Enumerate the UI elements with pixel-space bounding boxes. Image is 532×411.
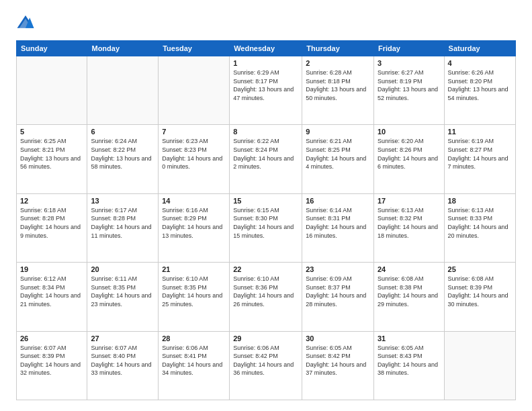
day-cell: 15Sunrise: 6:15 AM Sunset: 8:30 PM Dayli… xyxy=(230,193,302,262)
day-cell: 20Sunrise: 6:11 AM Sunset: 8:35 PM Dayli… xyxy=(87,263,159,331)
day-number: 19 xyxy=(20,265,83,273)
day-cell: 31Sunrise: 6:05 AM Sunset: 8:43 PM Dayli… xyxy=(373,331,444,400)
day-number: 14 xyxy=(162,197,226,205)
day-cell: 26Sunrise: 6:07 AM Sunset: 8:39 PM Dayli… xyxy=(17,331,87,400)
weekday-header-saturday: Saturday xyxy=(444,41,515,56)
weekday-header-tuesday: Tuesday xyxy=(159,41,230,56)
day-number: 21 xyxy=(162,265,226,273)
day-cell: 12Sunrise: 6:18 AM Sunset: 8:28 PM Dayli… xyxy=(17,193,87,262)
day-info: Sunrise: 6:24 AM Sunset: 8:22 PM Dayligh… xyxy=(91,137,154,171)
calendar-table: SundayMondayTuesdayWednesdayThursdayFrid… xyxy=(16,40,516,400)
day-number: 5 xyxy=(20,128,83,136)
day-number: 1 xyxy=(233,59,298,67)
day-cell: 11Sunrise: 6:19 AM Sunset: 8:27 PM Dayli… xyxy=(444,125,515,193)
day-number: 22 xyxy=(233,265,298,273)
weekday-header-wednesday: Wednesday xyxy=(230,41,302,56)
day-cell xyxy=(87,56,159,125)
day-info: Sunrise: 6:06 AM Sunset: 8:42 PM Dayligh… xyxy=(233,344,298,377)
day-info: Sunrise: 6:26 AM Sunset: 8:20 PM Dayligh… xyxy=(448,68,512,102)
day-number: 9 xyxy=(306,128,370,136)
day-cell: 28Sunrise: 6:06 AM Sunset: 8:41 PM Dayli… xyxy=(159,331,230,400)
day-number: 13 xyxy=(91,197,154,205)
day-cell: 30Sunrise: 6:05 AM Sunset: 8:42 PM Dayli… xyxy=(302,331,374,400)
day-cell: 27Sunrise: 6:07 AM Sunset: 8:40 PM Dayli… xyxy=(87,331,159,400)
day-cell: 9Sunrise: 6:21 AM Sunset: 8:25 PM Daylig… xyxy=(302,125,374,193)
week-row-1: 1Sunrise: 6:29 AM Sunset: 8:17 PM Daylig… xyxy=(17,56,516,125)
day-info: Sunrise: 6:18 AM Sunset: 8:28 PM Dayligh… xyxy=(20,206,83,240)
day-number: 30 xyxy=(306,334,370,342)
week-row-2: 5Sunrise: 6:25 AM Sunset: 8:21 PM Daylig… xyxy=(17,125,516,193)
day-number: 28 xyxy=(162,334,226,342)
header xyxy=(16,13,516,32)
day-cell: 22Sunrise: 6:10 AM Sunset: 8:36 PM Dayli… xyxy=(230,263,302,331)
day-cell: 19Sunrise: 6:12 AM Sunset: 8:34 PM Dayli… xyxy=(17,263,87,331)
page: SundayMondayTuesdayWednesdayThursdayFrid… xyxy=(0,0,532,411)
day-number: 17 xyxy=(378,197,441,205)
day-cell: 23Sunrise: 6:09 AM Sunset: 8:37 PM Dayli… xyxy=(302,263,374,331)
day-number: 29 xyxy=(233,334,298,342)
day-number: 8 xyxy=(233,128,298,136)
day-info: Sunrise: 6:27 AM Sunset: 8:19 PM Dayligh… xyxy=(378,68,441,102)
weekday-header-thursday: Thursday xyxy=(302,41,374,56)
day-cell xyxy=(159,56,230,125)
day-cell xyxy=(17,56,87,125)
day-info: Sunrise: 6:21 AM Sunset: 8:25 PM Dayligh… xyxy=(306,137,370,171)
week-row-5: 26Sunrise: 6:07 AM Sunset: 8:39 PM Dayli… xyxy=(17,331,516,400)
day-number: 25 xyxy=(448,265,512,273)
day-number: 4 xyxy=(448,59,512,67)
week-row-3: 12Sunrise: 6:18 AM Sunset: 8:28 PM Dayli… xyxy=(17,193,516,262)
day-number: 23 xyxy=(306,265,370,273)
day-info: Sunrise: 6:06 AM Sunset: 8:41 PM Dayligh… xyxy=(162,344,226,377)
day-info: Sunrise: 6:08 AM Sunset: 8:38 PM Dayligh… xyxy=(378,275,441,308)
day-cell: 8Sunrise: 6:22 AM Sunset: 8:24 PM Daylig… xyxy=(230,125,302,193)
day-info: Sunrise: 6:13 AM Sunset: 8:33 PM Dayligh… xyxy=(448,206,512,240)
day-info: Sunrise: 6:09 AM Sunset: 8:37 PM Dayligh… xyxy=(306,275,370,308)
logo xyxy=(16,13,38,32)
day-info: Sunrise: 6:16 AM Sunset: 8:29 PM Dayligh… xyxy=(162,206,226,240)
day-info: Sunrise: 6:05 AM Sunset: 8:43 PM Dayligh… xyxy=(378,344,441,377)
day-info: Sunrise: 6:14 AM Sunset: 8:31 PM Dayligh… xyxy=(306,206,370,240)
day-number: 16 xyxy=(306,197,370,205)
day-info: Sunrise: 6:20 AM Sunset: 8:26 PM Dayligh… xyxy=(378,137,441,171)
day-info: Sunrise: 6:05 AM Sunset: 8:42 PM Dayligh… xyxy=(306,344,370,377)
day-cell: 14Sunrise: 6:16 AM Sunset: 8:29 PM Dayli… xyxy=(159,193,230,262)
day-info: Sunrise: 6:11 AM Sunset: 8:35 PM Dayligh… xyxy=(91,275,154,308)
day-info: Sunrise: 6:10 AM Sunset: 8:35 PM Dayligh… xyxy=(162,275,226,308)
day-cell: 13Sunrise: 6:17 AM Sunset: 8:28 PM Dayli… xyxy=(87,193,159,262)
day-info: Sunrise: 6:22 AM Sunset: 8:24 PM Dayligh… xyxy=(233,137,298,171)
day-number: 7 xyxy=(162,128,226,136)
weekday-header-row: SundayMondayTuesdayWednesdayThursdayFrid… xyxy=(17,41,516,56)
day-info: Sunrise: 6:07 AM Sunset: 8:40 PM Dayligh… xyxy=(91,344,154,377)
day-cell: 4Sunrise: 6:26 AM Sunset: 8:20 PM Daylig… xyxy=(444,56,515,125)
day-number: 11 xyxy=(448,128,512,136)
day-info: Sunrise: 6:29 AM Sunset: 8:17 PM Dayligh… xyxy=(233,68,298,102)
day-number: 15 xyxy=(233,197,298,205)
day-cell: 17Sunrise: 6:13 AM Sunset: 8:32 PM Dayli… xyxy=(373,193,444,262)
day-info: Sunrise: 6:12 AM Sunset: 8:34 PM Dayligh… xyxy=(20,275,83,308)
day-cell: 7Sunrise: 6:23 AM Sunset: 8:23 PM Daylig… xyxy=(159,125,230,193)
day-number: 26 xyxy=(20,334,83,342)
day-number: 18 xyxy=(448,197,512,205)
day-info: Sunrise: 6:17 AM Sunset: 8:28 PM Dayligh… xyxy=(91,206,154,240)
day-number: 2 xyxy=(306,59,370,67)
weekday-header-sunday: Sunday xyxy=(17,41,87,56)
day-info: Sunrise: 6:15 AM Sunset: 8:30 PM Dayligh… xyxy=(233,206,298,240)
day-cell: 21Sunrise: 6:10 AM Sunset: 8:35 PM Dayli… xyxy=(159,263,230,331)
weekday-header-monday: Monday xyxy=(87,41,159,56)
day-number: 6 xyxy=(91,128,154,136)
day-cell: 6Sunrise: 6:24 AM Sunset: 8:22 PM Daylig… xyxy=(87,125,159,193)
day-info: Sunrise: 6:07 AM Sunset: 8:39 PM Dayligh… xyxy=(20,344,83,377)
weekday-header-friday: Friday xyxy=(373,41,444,56)
day-info: Sunrise: 6:23 AM Sunset: 8:23 PM Dayligh… xyxy=(162,137,226,171)
day-info: Sunrise: 6:10 AM Sunset: 8:36 PM Dayligh… xyxy=(233,275,298,308)
day-info: Sunrise: 6:13 AM Sunset: 8:32 PM Dayligh… xyxy=(378,206,441,240)
day-number: 27 xyxy=(91,334,154,342)
day-cell: 18Sunrise: 6:13 AM Sunset: 8:33 PM Dayli… xyxy=(444,193,515,262)
day-cell: 1Sunrise: 6:29 AM Sunset: 8:17 PM Daylig… xyxy=(230,56,302,125)
day-cell: 10Sunrise: 6:20 AM Sunset: 8:26 PM Dayli… xyxy=(373,125,444,193)
day-cell xyxy=(444,331,515,400)
day-info: Sunrise: 6:08 AM Sunset: 8:39 PM Dayligh… xyxy=(448,275,512,308)
day-cell: 2Sunrise: 6:28 AM Sunset: 8:18 PM Daylig… xyxy=(302,56,374,125)
day-number: 3 xyxy=(378,59,441,67)
day-cell: 29Sunrise: 6:06 AM Sunset: 8:42 PM Dayli… xyxy=(230,331,302,400)
